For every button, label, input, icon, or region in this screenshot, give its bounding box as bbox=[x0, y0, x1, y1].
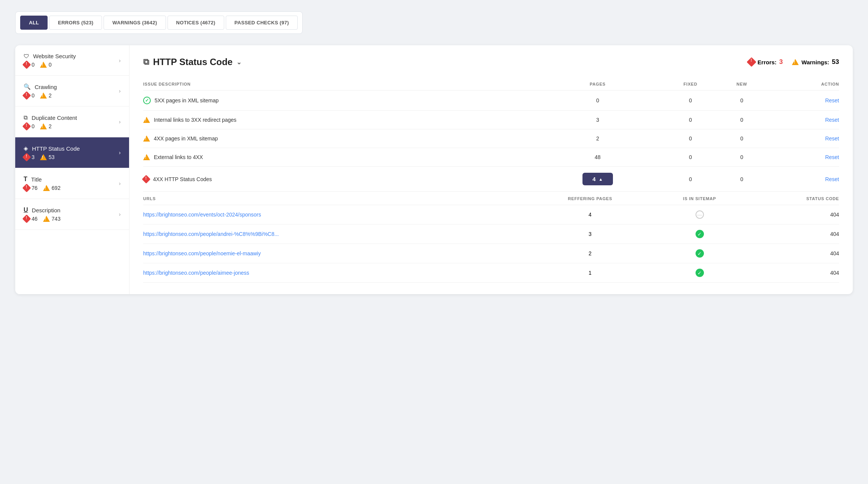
warning-triangle-icon bbox=[40, 123, 47, 129]
dropdown-chevron-icon[interactable]: ⌄ bbox=[236, 59, 241, 66]
col-urls: URLS bbox=[143, 192, 527, 205]
warning-badge: 743 bbox=[43, 216, 61, 222]
sidebar-item-content: T Title 76 692 bbox=[24, 176, 119, 191]
section-stats: Errors: 3 Warnings: 53 bbox=[748, 58, 839, 66]
new-cell: 0 bbox=[720, 111, 764, 129]
status-code-cell: 404 bbox=[746, 224, 839, 244]
chevron-right-icon: › bbox=[119, 57, 121, 64]
col-action: ACTION bbox=[764, 78, 839, 91]
reset-button[interactable]: Reset bbox=[825, 117, 839, 123]
url-row: https://brightonseo.com/people/aimee-jon… bbox=[143, 263, 839, 283]
tab-notices[interactable]: NOTICES (4672) bbox=[168, 16, 224, 30]
reset-button[interactable]: Reset bbox=[825, 154, 839, 160]
tab-warnings[interactable]: WARNINGS (3642) bbox=[104, 16, 166, 30]
not-in-sitemap-icon: — bbox=[696, 210, 704, 219]
underline-icon: U bbox=[24, 207, 28, 213]
chevron-right-icon: › bbox=[119, 88, 121, 94]
fixed-cell: 0 bbox=[661, 111, 719, 129]
warning-triangle-large-icon bbox=[792, 59, 799, 65]
url-cell: https://brightonseo.com/events/oct-2024/… bbox=[143, 205, 527, 224]
warning-badge: 692 bbox=[43, 185, 61, 191]
sidebar-item-http-status-code[interactable]: ◈ HTTP Status Code 3 53 › bbox=[15, 137, 129, 168]
sidebar-item-duplicate-content[interactable]: ⧉ Duplicate Content 0 2 › bbox=[15, 107, 129, 137]
issue-desc-cell: 4XX pages in XML sitemap bbox=[143, 129, 534, 148]
tab-all[interactable]: ALL bbox=[20, 16, 48, 30]
warning-triangle-icon bbox=[143, 117, 150, 123]
sidebar-item-website-security[interactable]: 🛡 Website Security 0 0 › bbox=[15, 45, 129, 76]
table-row: 4XX pages in XML sitemap 2 0 0 Reset bbox=[143, 129, 839, 148]
sitemap-cell: ✓ bbox=[653, 224, 747, 244]
main-layout: 🛡 Website Security 0 0 › bbox=[15, 45, 853, 294]
url-cell: https://brightonseo.com/people/aimee-jon… bbox=[143, 263, 527, 283]
issue-desc: 4XX pages in XML sitemap bbox=[143, 135, 534, 142]
sidebar-badges: 76 692 bbox=[24, 185, 119, 191]
reset-button[interactable]: Reset bbox=[825, 135, 839, 142]
referring-pages-cell: 1 bbox=[527, 263, 653, 283]
error-badge: 46 bbox=[24, 216, 38, 222]
error-badge: 0 bbox=[24, 92, 35, 99]
sitemap-cell: ✓ bbox=[653, 263, 747, 283]
copy-icon-large: ⧉ bbox=[143, 57, 149, 67]
sidebar-item-crawling[interactable]: 🔍 Crawling 0 2 › bbox=[15, 76, 129, 107]
url-row: https://brightonseo.com/events/oct-2024/… bbox=[143, 205, 839, 224]
url-link[interactable]: https://brightonseo.com/people/andrei-%C… bbox=[143, 231, 279, 237]
chevron-right-icon: › bbox=[119, 180, 121, 186]
warning-badge: 2 bbox=[40, 92, 52, 99]
sidebar-item-content: ⧉ Duplicate Content 0 2 bbox=[24, 114, 119, 129]
sidebar-item-title: 🛡 Website Security bbox=[24, 53, 119, 59]
sidebar-badges: 0 2 bbox=[24, 92, 119, 99]
chevron-right-icon: › bbox=[119, 211, 121, 217]
sidebar-item-description[interactable]: U Description 46 743 › bbox=[15, 199, 129, 230]
url-link[interactable]: https://brightonseo.com/people/noemie-el… bbox=[143, 250, 261, 256]
warning-badge: 0 bbox=[40, 62, 52, 68]
text-icon: T bbox=[24, 176, 27, 183]
sidebar-item-title[interactable]: T Title 76 692 › bbox=[15, 168, 129, 199]
table-row: External links to 4XX 48 0 0 Reset bbox=[143, 148, 839, 167]
warning-triangle-icon bbox=[43, 216, 50, 222]
table-row-expanded: 4XX HTTP Status Codes 4 ▲ 0 0 Reset bbox=[143, 167, 839, 192]
error-diamond-icon bbox=[22, 215, 31, 223]
sidebar-badges: 0 0 bbox=[24, 62, 119, 68]
sidebar-item-title-text: U Description bbox=[24, 207, 119, 213]
expanded-count[interactable]: 4 ▲ bbox=[582, 173, 613, 185]
warning-triangle-icon bbox=[40, 62, 47, 68]
filter-bar: ALL ERRORS (523) WARNINGS (3642) NOTICES… bbox=[15, 11, 303, 34]
error-diamond-icon bbox=[22, 153, 31, 162]
col-issue-description: ISSUE DESCRIPTION bbox=[143, 78, 534, 91]
col-referring-pages: REFFERING PAGES bbox=[527, 192, 653, 205]
status-shield-icon: ◈ bbox=[24, 145, 28, 152]
pages-cell: 3 bbox=[534, 111, 661, 129]
url-link[interactable]: https://brightonseo.com/events/oct-2024/… bbox=[143, 212, 261, 218]
col-status-code: STATUS CODE bbox=[746, 192, 839, 205]
reset-button[interactable]: Reset bbox=[825, 176, 839, 182]
error-badge: 3 bbox=[24, 154, 35, 160]
action-cell: Reset bbox=[764, 111, 839, 129]
sidebar-item-title: 🔍 Crawling bbox=[24, 83, 119, 90]
sidebar-item-title-text: T Title bbox=[24, 176, 119, 183]
referring-pages-cell: 2 bbox=[527, 244, 653, 263]
sitemap-cell: — bbox=[653, 205, 747, 224]
tab-passed[interactable]: PASSED CHECKS (97) bbox=[226, 16, 298, 30]
url-subtable: URLS REFFERING PAGES IS IN SITEMAP STATU… bbox=[143, 192, 839, 283]
error-diamond-icon bbox=[22, 61, 31, 69]
status-code-cell: 404 bbox=[746, 263, 839, 283]
warning-triangle-icon bbox=[43, 185, 50, 191]
tab-errors[interactable]: ERRORS (523) bbox=[49, 16, 102, 30]
sidebar-badges: 46 743 bbox=[24, 216, 119, 222]
fixed-cell: 0 bbox=[661, 148, 719, 167]
sidebar-item-content: 🛡 Website Security 0 0 bbox=[24, 53, 119, 68]
issue-desc: 4XX HTTP Status Codes bbox=[143, 176, 534, 182]
pages-cell: 0 bbox=[534, 91, 661, 111]
fixed-cell: 0 bbox=[661, 167, 719, 192]
collapse-chevron-icon: ▲ bbox=[599, 177, 603, 182]
referring-pages-cell: 4 bbox=[527, 205, 653, 224]
action-cell: Reset bbox=[764, 148, 839, 167]
url-link[interactable]: https://brightonseo.com/people/aimee-jon… bbox=[143, 270, 249, 276]
reset-button[interactable]: Reset bbox=[825, 97, 839, 103]
url-cell: https://brightonseo.com/people/andrei-%C… bbox=[143, 224, 527, 244]
new-cell: 0 bbox=[720, 91, 764, 111]
check-circle-icon: ✓ bbox=[143, 97, 151, 104]
sidebar-badges: 3 53 bbox=[24, 154, 119, 160]
url-row: https://brightonseo.com/people/noemie-el… bbox=[143, 244, 839, 263]
col-pages: PAGES bbox=[534, 78, 661, 91]
